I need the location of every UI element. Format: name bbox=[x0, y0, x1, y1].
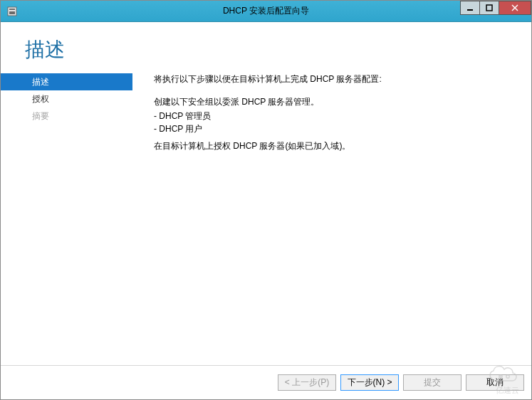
cancel-button[interactable]: 取消 bbox=[466, 374, 524, 391]
intro-text: 将执行以下步骤以便在目标计算机上完成 DHCP 服务器配置: bbox=[154, 73, 503, 85]
previous-button: < 上一步(P) bbox=[278, 374, 336, 391]
sidebar-item-summary: 摘要 bbox=[1, 107, 132, 125]
window-title: DHCP 安装后配置向导 bbox=[1, 5, 531, 17]
sidebar-item-label: 授权 bbox=[32, 94, 49, 104]
sidebar-item-label: 描述 bbox=[32, 77, 49, 87]
main-row: 描述 授权 摘要 将执行以下步骤以便在目标计算机上完成 DHCP 服务器配置: … bbox=[1, 69, 531, 365]
svg-rect-4 bbox=[486, 5, 492, 11]
sidebar-item-description[interactable]: 描述 bbox=[1, 73, 132, 90]
close-button[interactable] bbox=[499, 1, 531, 15]
sidebar-item-authorization[interactable]: 授权 bbox=[1, 90, 132, 107]
group-admin-text: - DHCP 管理员 bbox=[154, 110, 503, 122]
groups-text: 创建以下安全组以委派 DHCP 服务器管理。 bbox=[154, 95, 503, 108]
authorize-text: 在目标计算机上授权 DHCP 服务器(如果已加入域)。 bbox=[154, 140, 503, 152]
sidebar: 描述 授权 摘要 bbox=[1, 69, 132, 365]
wizard-window: DHCP 安装后配置向导 描述 描述 授权 bbox=[0, 0, 532, 400]
sidebar-item-label: 摘要 bbox=[32, 111, 49, 121]
svg-rect-1 bbox=[9, 9, 15, 10]
group-user-text: - DHCP 用户 bbox=[154, 122, 503, 135]
footer: < 上一步(P) 下一步(N) > 提交 取消 bbox=[1, 365, 531, 399]
minimize-button[interactable] bbox=[460, 1, 480, 15]
next-button[interactable]: 下一步(N) > bbox=[340, 374, 399, 391]
svg-rect-2 bbox=[9, 11, 15, 14]
svg-rect-3 bbox=[467, 9, 473, 11]
body: 描述 描述 授权 摘要 将执行以下步骤以便在目标计算机上完成 DHCP 服务器配… bbox=[1, 22, 531, 399]
page-title: 描述 bbox=[25, 36, 531, 63]
titlebar: DHCP 安装后配置向导 bbox=[1, 1, 531, 22]
page-header: 描述 bbox=[1, 22, 531, 69]
maximize-button[interactable] bbox=[479, 1, 499, 15]
window-controls bbox=[461, 1, 531, 15]
commit-button: 提交 bbox=[403, 374, 461, 391]
content-panel: 将执行以下步骤以便在目标计算机上完成 DHCP 服务器配置: 创建以下安全组以委… bbox=[132, 69, 531, 365]
app-icon bbox=[6, 6, 18, 17]
